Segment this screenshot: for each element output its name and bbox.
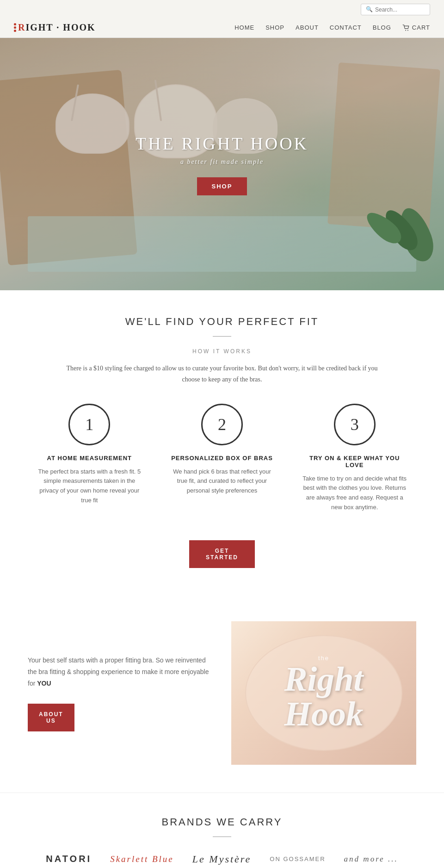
- hero-section: THE RIGHT HOOK a better fit made simple …: [0, 38, 444, 290]
- logo-dots: [14, 23, 16, 32]
- step-3-desc: Take time to try on and decide what fits…: [302, 474, 407, 512]
- brand-skarlett: Skarlett Blue: [110, 854, 174, 864]
- brands-heading: BRANDS WE CARRY: [28, 816, 416, 828]
- logo-dot-1: [14, 23, 16, 25]
- about-logo-overlay: the RightHook: [284, 655, 364, 731]
- about-body: Your best self starts with a proper fitt…: [28, 655, 213, 690]
- svg-point-0: [405, 30, 406, 31]
- step-2-desc: We hand pick 6 bras that reflect your tr…: [170, 467, 275, 496]
- brand-and-more: and more ...: [344, 855, 398, 864]
- brand-natori: NATORI: [46, 854, 92, 864]
- about-you: YOU: [37, 680, 51, 687]
- steps-row: 1 AT HOME MEASUREMENT The perfect bra st…: [28, 404, 416, 512]
- top-bar: 🔍: [0, 0, 444, 18]
- how-it-works-label: HOW IT WORKS: [28, 348, 416, 355]
- search-icon: 🔍: [366, 6, 373, 13]
- perfect-fit-heading: WE'LL FIND YOUR PERFECT FIT: [28, 316, 416, 328]
- logo-text: RIGHT · HOOK: [18, 22, 96, 33]
- brand-le-mystere: Le Mystère: [192, 853, 252, 865]
- header: RIGHT · HOOK HOME SHOP ABOUT CONTACT BLO…: [0, 18, 444, 38]
- brand-on-gossamer: ON GOSSAMER: [270, 856, 325, 862]
- about-image: the RightHook: [231, 621, 416, 765]
- step-3-title: TRY ON & KEEP WHAT YOU LOVE: [302, 455, 407, 468]
- nav-cart[interactable]: CART: [402, 24, 430, 31]
- about-us-button[interactable]: ABOUTUS: [28, 704, 74, 731]
- nav-about[interactable]: ABOUT: [296, 24, 319, 31]
- hero-subtitle: a better fit made simple: [136, 158, 308, 166]
- hero-shop-button[interactable]: SHOP: [197, 177, 247, 195]
- logo-dot-3: [14, 30, 16, 32]
- logo-dot-2: [14, 26, 16, 29]
- perfect-fit-section: WE'LL FIND YOUR PERFECT FIT HOW IT WORKS…: [0, 290, 444, 593]
- nav-contact[interactable]: CONTACT: [330, 24, 362, 31]
- step-2: 2 PERSONALIZED BOX OF BRAS We hand pick …: [160, 404, 284, 496]
- about-section: Your best self starts with a proper fitt…: [0, 593, 444, 793]
- step-2-title: PERSONALIZED BOX OF BRAS: [170, 455, 275, 462]
- step-1: 1 AT HOME MEASUREMENT The perfect bra st…: [28, 404, 151, 506]
- search-box[interactable]: 🔍: [361, 4, 430, 15]
- brands-divider: [213, 837, 231, 837]
- hero-title: THE RIGHT HOOK: [136, 133, 308, 154]
- about-logo-big: RightHook: [284, 662, 364, 731]
- perfect-fit-description: There is a $10 styling fee charged to al…: [60, 363, 384, 385]
- hero-content: THE RIGHT HOOK a better fit made simple …: [136, 133, 308, 195]
- nav-blog[interactable]: BLOG: [373, 24, 391, 31]
- cart-icon: [402, 25, 410, 31]
- about-text: Your best self starts with a proper fitt…: [28, 655, 231, 731]
- nav-home[interactable]: HOME: [234, 24, 254, 31]
- logo[interactable]: RIGHT · HOOK: [14, 22, 96, 33]
- step-1-circle: 1: [68, 404, 110, 445]
- get-started-button[interactable]: GETSTARTED: [189, 540, 255, 568]
- step-3-circle: 3: [334, 404, 376, 445]
- main-nav: HOME SHOP ABOUT CONTACT BLOG CART: [234, 24, 430, 31]
- section-divider-1: [213, 336, 231, 337]
- step-1-desc: The perfect bra starts with a fresh fit.…: [37, 467, 142, 506]
- step-2-circle: 2: [201, 404, 243, 445]
- brands-row: NATORI Skarlett Blue Le Mystère ON GOSSA…: [28, 853, 416, 865]
- nav-shop[interactable]: SHOP: [265, 24, 284, 31]
- svg-point-1: [407, 30, 408, 31]
- brands-section: BRANDS WE CARRY NATORI Skarlett Blue Le …: [0, 793, 444, 868]
- search-input[interactable]: [375, 6, 426, 13]
- step-1-title: AT HOME MEASUREMENT: [37, 455, 142, 462]
- step-3: 3 TRY ON & KEEP WHAT YOU LOVE Take time …: [293, 404, 416, 512]
- logo-highlight: R: [18, 22, 25, 32]
